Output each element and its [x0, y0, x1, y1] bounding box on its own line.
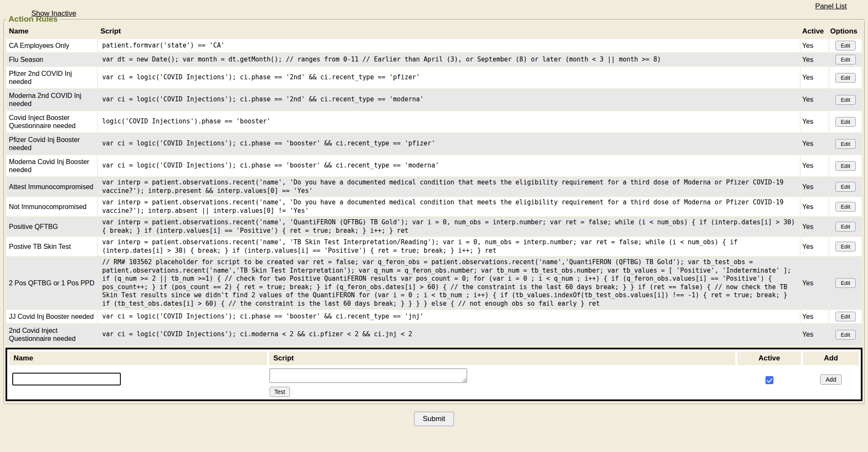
rule-active-status: Yes [801, 310, 829, 323]
rule-script: var ci = logic('COVID Injections'); ci.p… [98, 310, 800, 323]
rule-script: var interp = patient.observations.recent… [98, 217, 800, 236]
rule-active-status: Yes [801, 177, 829, 196]
rules-table: Name Script Active Options CA Employees … [6, 24, 862, 346]
table-row: Not Immunocompromised var interp = patie… [6, 197, 862, 216]
edit-button[interactable]: Edit [835, 55, 856, 64]
table-row: Covid Inject Booster Questionnaire neede… [6, 111, 862, 132]
table-row: Moderna 2nd COVID Inj needed var ci = lo… [6, 89, 862, 110]
new-rule-name-input[interactable] [12, 373, 121, 385]
edit-button[interactable]: Edit [835, 312, 856, 321]
table-row: JJ Covid Inj Booster needed var ci = log… [6, 310, 862, 323]
rule-active-status: Yes [801, 257, 829, 309]
add-column-header-active: Active [737, 352, 801, 365]
rule-script: var ci = logic('COVID Injections'); ci.p… [98, 133, 800, 154]
edit-button[interactable]: Edit [835, 182, 856, 192]
edit-button[interactable]: Edit [835, 278, 856, 288]
action-rules-fieldset: Action Rules Name Script Active Options … [3, 14, 865, 404]
column-header-active: Active [801, 25, 829, 38]
rule-active-status: Yes [801, 133, 829, 154]
edit-button[interactable]: Edit [835, 330, 856, 340]
add-form-row: Test Add [9, 367, 859, 397]
table-row: Attest Immunocompromised var interp = pa… [6, 177, 862, 196]
add-column-header-name: Name [9, 352, 267, 365]
rule-script: var ci = logic('COVID Injections'); ci.p… [98, 155, 800, 176]
rule-name: 2 Pos QFTBG or 1 Pos PPD [6, 257, 97, 309]
rule-name: Pfizer Covid Inj Booster needed [6, 133, 97, 154]
rule-name: JJ Covid Inj Booster needed [6, 310, 97, 323]
panel-list-link[interactable]: Panel List [815, 2, 847, 11]
rule-script: patient.formvar('state') == 'CA' [98, 39, 800, 52]
rule-name: 2nd Covid Inject Questionnaire needed [6, 324, 97, 345]
rule-active-status: Yes [801, 53, 829, 66]
edit-button[interactable]: Edit [835, 73, 856, 83]
edit-button[interactable]: Edit [835, 242, 856, 251]
rule-active-status: Yes [801, 111, 829, 132]
add-form-header-row: Name Script Active Add [9, 352, 859, 365]
rule-name: CA Employees Only [6, 39, 97, 52]
rule-active-status: Yes [801, 237, 829, 256]
new-rule-script-textarea[interactable] [270, 368, 467, 383]
rule-active-status: Yes [801, 89, 829, 110]
edit-button[interactable]: Edit [835, 139, 856, 149]
submit-row: Submit [0, 412, 868, 426]
rule-name: Moderna 2nd COVID Inj needed [6, 89, 97, 110]
edit-button[interactable]: Edit [835, 117, 856, 127]
table-row: CA Employees Only patient.formvar('state… [6, 39, 862, 52]
rule-script: var ci = logic('COVID Injections'); ci.m… [98, 324, 800, 345]
rule-script: var interp = patient.observations.recent… [98, 197, 800, 216]
submit-button[interactable]: Submit [414, 412, 454, 426]
test-button[interactable]: Test [270, 387, 290, 397]
rule-active-status: Yes [801, 39, 829, 52]
rule-name: Moderna Covid Inj Booster needed [6, 155, 97, 176]
rule-name: Positive QFTBG [6, 217, 97, 236]
add-button[interactable]: Add [820, 374, 842, 385]
column-header-name: Name [6, 25, 97, 38]
rules-header-row: Name Script Active Options [6, 25, 862, 38]
table-row: 2nd Covid Inject Questionnaire needed va… [6, 324, 862, 345]
rule-script: var dt = new Date(); var month = dt.getM… [98, 53, 800, 66]
add-column-header-script: Script [269, 352, 735, 365]
rule-name: Attest Immunocompromised [6, 177, 97, 196]
rule-name: Flu Season [6, 53, 97, 66]
edit-button[interactable]: Edit [835, 222, 856, 232]
table-row: Pfizer 2nd COVID Inj needed var ci = log… [6, 67, 862, 88]
new-rule-active-checkbox[interactable] [765, 376, 773, 384]
rule-name: Covid Inject Booster Questionnaire neede… [6, 111, 97, 132]
rule-script: var interp = patient.observations.recent… [98, 237, 800, 256]
edit-button[interactable]: Edit [835, 161, 856, 171]
column-header-options: Options [829, 25, 862, 38]
add-column-header-add: Add [803, 352, 859, 365]
edit-button[interactable]: Edit [835, 202, 856, 212]
column-header-script: Script [98, 25, 800, 38]
rule-active-status: Yes [801, 155, 829, 176]
rule-active-status: Yes [801, 67, 829, 88]
table-row: Pfizer Covid Inj Booster needed var ci =… [6, 133, 862, 154]
edit-button[interactable]: Edit [835, 41, 856, 50]
table-row: Moderna Covid Inj Booster needed var ci … [6, 155, 862, 176]
rule-active-status: Yes [801, 217, 829, 236]
rule-script: var interp = patient.observations.recent… [98, 177, 800, 196]
rule-script: var ci = logic('COVID Injections'); ci.p… [98, 67, 800, 88]
show-inactive-link[interactable]: Show Inactive [31, 9, 76, 18]
rule-name: Not Immunocompromised [6, 197, 97, 216]
rule-active-status: Yes [801, 197, 829, 216]
rule-script: // RM# 103562 placeholder for script to … [98, 257, 800, 309]
rule-script: logic('COVID Injections').phase == 'boos… [98, 111, 800, 132]
table-row: Flu Season var dt = new Date(); var mont… [6, 53, 862, 66]
rule-name: Pfizer 2nd COVID Inj needed [6, 67, 97, 88]
rule-name: Postive TB Skin Test [6, 237, 97, 256]
table-row: Positive QFTBG var interp = patient.obse… [6, 217, 862, 236]
edit-button[interactable]: Edit [835, 95, 856, 105]
table-row: 2 Pos QFTBG or 1 Pos PPD // RM# 103562 p… [6, 257, 862, 309]
rule-active-status: Yes [801, 324, 829, 345]
add-rule-form: Name Script Active Add Test [6, 348, 862, 401]
table-row: Postive TB Skin Test var interp = patien… [6, 237, 862, 256]
rule-script: var ci = logic('COVID Injections'); ci.p… [98, 89, 800, 110]
rules-tbody: CA Employees Only patient.formvar('state… [6, 39, 862, 345]
